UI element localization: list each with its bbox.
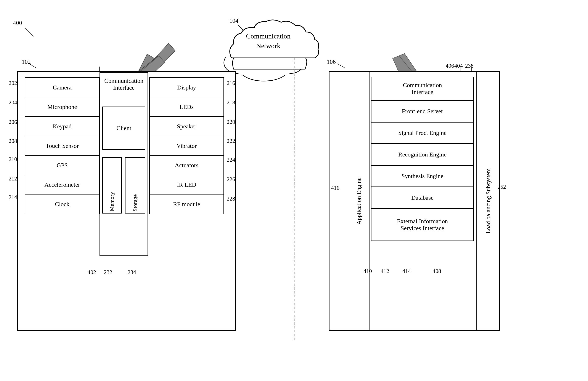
- svg-text:Network: Network: [256, 42, 280, 50]
- clock-box: Clock: [25, 194, 100, 214]
- ref-232: 232: [104, 269, 112, 276]
- ref-212: 212: [9, 175, 17, 182]
- ref-222: 222: [227, 138, 235, 144]
- ref-400-label: 400: [13, 19, 22, 26]
- database-box: Database: [371, 187, 474, 209]
- ref-416: 416: [331, 185, 339, 191]
- ref-224: 224: [227, 157, 235, 163]
- ref-252: 252: [498, 184, 506, 190]
- application-engine-container: Application Engine: [348, 71, 370, 331]
- cloud-container: Communication Network: [214, 15, 322, 70]
- ref-102-label: 102: [22, 58, 31, 65]
- touch-sensor-box: Touch Sensor: [25, 136, 100, 156]
- microphone-box: Microphone: [25, 97, 100, 117]
- ref-226: 226: [227, 176, 235, 183]
- load-balancing-label: Load balancing Subsystem: [485, 168, 492, 234]
- ref-412: 412: [381, 268, 389, 274]
- ref-414: 414: [402, 268, 411, 274]
- ref-402: 402: [88, 269, 96, 276]
- vibrator-box: Vibrator: [149, 136, 224, 156]
- diagram: 400 102 104 106 Communication Network 25…: [0, 0, 588, 381]
- ref-406: 406: [446, 63, 454, 69]
- display-box: Display: [149, 77, 224, 98]
- comm-interface-left-box: CommunicationInterface Client Memory Sto…: [100, 72, 148, 256]
- leds-box: LEDs: [149, 97, 224, 117]
- signal-proc-engine-box: Signal Proc. Engine: [371, 122, 474, 144]
- comm-interface-left-label: CommunicationInterface: [102, 77, 145, 91]
- ir-led-box: IR LED: [149, 175, 224, 195]
- camera-box: Camera: [25, 77, 100, 98]
- speaker-box: Speaker: [149, 116, 224, 136]
- ext-info-services-box: External InformationServices Interface: [371, 209, 474, 241]
- ref-214: 214: [9, 194, 17, 201]
- ref-218: 218: [227, 99, 235, 106]
- client-box: Client: [102, 107, 145, 150]
- ref-238: 238: [465, 63, 474, 69]
- ref-220: 220: [227, 119, 235, 125]
- load-balancing-container: Load balancing Subsystem: [476, 71, 500, 331]
- svg-text:Communication: Communication: [246, 32, 291, 40]
- ref-404: 404: [454, 63, 463, 69]
- recognition-engine-box: Recognition Engine: [371, 144, 474, 165]
- ref-206: 206: [9, 119, 17, 125]
- ref-210: 210: [9, 156, 17, 163]
- svg-line-36: [25, 28, 34, 36]
- ref-106-label: 106: [327, 58, 336, 65]
- front-end-server-box: Front-end Server: [371, 100, 474, 122]
- ref-228: 228: [227, 196, 235, 202]
- svg-line-39: [337, 64, 345, 68]
- accelerometer-box: Accelerometer: [25, 175, 100, 195]
- ref-216: 216: [227, 80, 235, 86]
- keypad-box: Keypad: [25, 116, 100, 136]
- gps-box: GPS: [25, 155, 100, 175]
- ref-408: 408: [433, 268, 441, 274]
- ref-234: 234: [128, 269, 136, 276]
- actuators-box: Actuators: [149, 155, 224, 175]
- ref-202: 202: [9, 80, 17, 86]
- ref-208: 208: [9, 138, 17, 144]
- application-engine-label: Application Engine: [356, 177, 362, 225]
- comm-interface-right-box: CommunicationInterface: [371, 77, 474, 100]
- storage-box: Storage: [125, 157, 145, 213]
- ref-204: 204: [9, 99, 17, 106]
- rf-module-box: RF module: [149, 194, 224, 214]
- ref-410: 410: [363, 268, 372, 274]
- synthesis-engine-box: Synthesis Engine: [371, 165, 474, 187]
- memory-box: Memory: [102, 157, 122, 213]
